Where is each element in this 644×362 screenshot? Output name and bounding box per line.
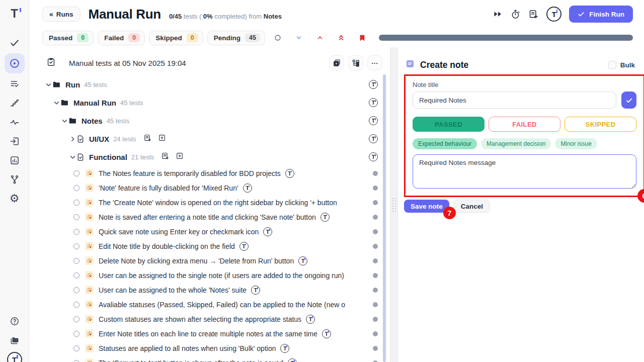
filter-passed[interactable]: Passed0 xyxy=(42,31,94,45)
copy-run-icon[interactable] xyxy=(329,55,344,70)
test-row[interactable]: Delete Note by clicking extra menu → 'De… xyxy=(29,253,390,268)
fast-forward-icon[interactable] xyxy=(493,10,503,18)
status-button-passed[interactable]: PASSED xyxy=(413,117,485,132)
tag-minor-issue[interactable]: Minor issue xyxy=(555,138,597,149)
chevron-down-icon[interactable] xyxy=(44,81,52,88)
test-status-circle[interactable] xyxy=(73,273,79,279)
test-pending-dot xyxy=(373,288,378,293)
bulk-toggle[interactable]: Bulk xyxy=(608,61,635,69)
test-pending-dot xyxy=(373,360,378,362)
chevron-right-icon[interactable] xyxy=(68,136,76,142)
test-status-circle[interactable] xyxy=(73,345,79,351)
test-row[interactable]: Edit Note title by double-clicking on th… xyxy=(29,239,390,253)
test-row[interactable]: 'Note' feature is fully disabled for 'Mi… xyxy=(29,180,390,195)
test-pending-dot xyxy=(373,186,378,191)
test-row[interactable]: Avaliable statuses (Passed, Skipped, Fai… xyxy=(29,297,390,312)
status-button-failed[interactable]: FAILED xyxy=(489,117,560,132)
tree-header: Manual tests at 05 Nov 2025 19:04 ··· xyxy=(29,55,390,70)
finish-run-button[interactable]: Finish Run xyxy=(569,6,633,23)
back-to-runs-button[interactable]: « Runs xyxy=(42,7,80,22)
tree-scrollbar[interactable] xyxy=(383,74,386,362)
filter-skipped[interactable]: Skipped0 xyxy=(149,31,203,45)
bulk-checkbox[interactable] xyxy=(608,61,616,69)
bookmark-icon[interactable] xyxy=(354,34,371,42)
test-row[interactable]: Quick save note using Enter key or check… xyxy=(29,224,390,239)
chevron-down-icon[interactable] xyxy=(52,100,60,106)
test-status-circle[interactable] xyxy=(73,316,79,322)
test-status-circle[interactable] xyxy=(73,258,79,264)
test-row[interactable]: User can be assigned to the single note … xyxy=(29,268,390,283)
import-icon[interactable] xyxy=(5,132,25,151)
tree-view-icon[interactable] xyxy=(348,55,363,70)
settings-gear-icon[interactable]: ⚙ xyxy=(5,189,25,208)
test-row[interactable]: The 'Convert to test' button is shown af… xyxy=(29,355,390,362)
test-row[interactable]: User can be assigned to the whole 'Notes… xyxy=(29,283,390,297)
chevron-down-icon[interactable] xyxy=(60,118,68,124)
add-note-icon[interactable] xyxy=(528,9,539,20)
suite-row-functional[interactable]: Functional21 testsT xyxy=(29,148,390,166)
filter-failed[interactable]: Failed0 xyxy=(98,31,145,45)
test-status-circle[interactable] xyxy=(73,214,79,220)
test-status-circle[interactable] xyxy=(73,229,79,235)
milestones-steps-icon[interactable] xyxy=(5,94,25,113)
chevron-down-icon[interactable] xyxy=(68,154,76,160)
add-note-icon[interactable] xyxy=(161,152,170,162)
add-test-icon[interactable] xyxy=(176,152,184,162)
reports-icon[interactable] xyxy=(5,151,25,170)
annotation-box: Note title PASSEDFAILEDSKIPPED Expected … xyxy=(404,74,644,197)
test-row[interactable]: The 'Create Note' window is opened on th… xyxy=(29,195,390,210)
manual-test-icon xyxy=(85,242,94,250)
suite-row-notes[interactable]: Notes45 testsT xyxy=(29,112,390,130)
test-row[interactable]: Note is saved after entering a note titl… xyxy=(29,210,390,224)
branches-icon[interactable] xyxy=(5,170,25,189)
test-pending-dot xyxy=(373,229,378,234)
account-logo-icon[interactable]: T xyxy=(546,7,561,22)
test-status-circle[interactable] xyxy=(73,287,79,293)
status-button-skipped[interactable]: SKIPPED xyxy=(565,117,636,132)
tag-expected-behaviour[interactable]: Expected behaviour xyxy=(413,138,477,149)
test-status-circle[interactable] xyxy=(73,200,79,206)
test-status-circle[interactable] xyxy=(73,331,79,337)
test-title: Quick save note using Enter key or check… xyxy=(99,228,259,236)
pending-circle-icon[interactable] xyxy=(269,34,286,41)
test-row[interactable]: Statuses are applied to all notes when u… xyxy=(29,341,390,355)
test-status-circle[interactable] xyxy=(73,360,79,362)
timer-icon[interactable] xyxy=(510,9,521,20)
test-plans-icon[interactable] xyxy=(5,74,25,94)
cancel-button[interactable]: Cancel xyxy=(454,200,490,213)
test-status-circle[interactable] xyxy=(73,170,79,176)
tag-management-decision[interactable]: Management decision xyxy=(481,138,551,149)
run-checklist-icon xyxy=(46,57,56,69)
suite-row-manual-run[interactable]: Manual Run45 testsT xyxy=(29,94,390,112)
runs-icon[interactable] xyxy=(5,53,25,73)
drag-handle-icon[interactable] xyxy=(392,198,396,212)
test-status-circle[interactable] xyxy=(73,185,79,191)
note-message-textarea[interactable] xyxy=(413,154,636,189)
manual-test-icon xyxy=(85,300,94,309)
topbar: « Runs Manual Run 0/45 tests ( 0% comple… xyxy=(29,0,644,28)
projects-folder-icon[interactable] xyxy=(5,331,25,350)
panel-resize-divider[interactable] xyxy=(390,47,398,362)
filter-pending[interactable]: Pending45 xyxy=(207,31,265,45)
suite-row-run[interactable]: Run45 testsT xyxy=(29,75,390,94)
suite-row-ui-ux[interactable]: UI/UX24 testsT xyxy=(29,130,390,148)
help-icon[interactable] xyxy=(5,312,25,331)
add-test-icon[interactable] xyxy=(158,134,166,144)
collapse-up-icon[interactable] xyxy=(311,34,329,41)
collapse-down-icon[interactable] xyxy=(290,34,307,41)
save-note-button[interactable]: Save note 7 xyxy=(404,200,449,213)
profile-logo-icon[interactable]: T xyxy=(5,350,25,362)
test-row[interactable]: The Notes feature is temporarily disable… xyxy=(29,166,390,180)
more-options-icon[interactable]: ··· xyxy=(367,55,382,70)
analytics-pulse-icon[interactable] xyxy=(5,113,25,132)
quick-save-check-button[interactable] xyxy=(621,92,636,109)
add-note-icon[interactable] xyxy=(143,134,152,144)
test-status-circle[interactable] xyxy=(73,243,79,249)
tests-check-icon[interactable] xyxy=(5,33,25,52)
app-logo[interactable]: T xyxy=(11,6,18,23)
note-title-input[interactable] xyxy=(413,92,616,109)
collapse-all-up-icon[interactable] xyxy=(333,34,350,42)
test-row[interactable]: Custom statuses are shown after selectin… xyxy=(29,312,390,326)
test-row[interactable]: Enter Note titles on each line to create… xyxy=(29,326,390,341)
test-status-circle[interactable] xyxy=(73,302,79,308)
